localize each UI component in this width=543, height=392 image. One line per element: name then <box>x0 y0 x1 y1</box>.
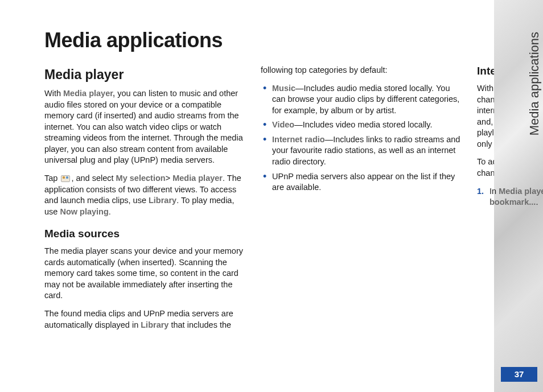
steps-list: 1. In Media player, select > Clip > Add … <box>477 186 543 208</box>
step-item: 1. In Media player, select > Clip > Add … <box>477 186 543 208</box>
heading-media-sources: Media sources <box>44 228 245 240</box>
list-item: Internet radio—Includes links to radio s… <box>261 134 461 168</box>
list-item: Music—Includes audio media stored locall… <box>261 83 461 117</box>
media-player-intro: With Media player, you can listen to mus… <box>44 88 245 166</box>
term-my-selection: My selection <box>116 174 166 183</box>
list-item: Video—Includes video media stored locall… <box>261 119 461 131</box>
term-media-player-menu: Media player <box>172 174 223 183</box>
term-media-player-step: Media player <box>499 187 543 196</box>
thumb-index-label: Media applications <box>527 32 542 135</box>
page-number: 37 <box>501 367 537 382</box>
term-music: Music <box>272 84 295 93</box>
media-player-nav: Tap , and select My selection> Media pla… <box>44 173 245 217</box>
app-launcher-icon <box>61 175 70 182</box>
term-now-playing: Now playing <box>60 207 108 216</box>
page-content: Media applications Media player With Med… <box>0 0 495 361</box>
media-sources-p1: The media player scans your device and y… <box>44 246 245 302</box>
category-list: Music—Includes audio media stored locall… <box>261 83 461 193</box>
page-title: Media applications <box>44 28 461 52</box>
step-number: 1. <box>477 186 484 197</box>
term-internet-radio: Internet radio <box>272 135 325 144</box>
term-video: Video <box>272 120 294 129</box>
term-media-player: Media player, <box>63 89 115 98</box>
term-library: Library <box>149 196 176 205</box>
list-item: UPnP media servers also appear on the li… <box>261 171 461 193</box>
heading-media-player: Media player <box>44 67 245 82</box>
term-library-2: Library <box>141 320 168 329</box>
